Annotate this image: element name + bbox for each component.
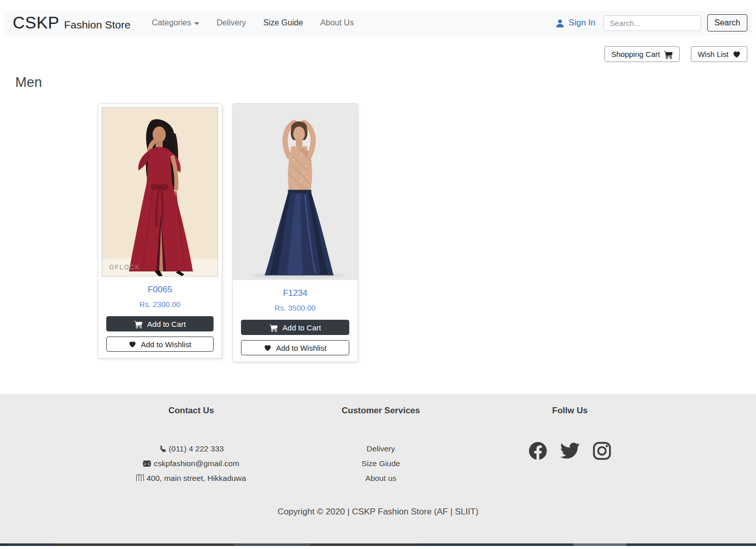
nav-item-delivery-label: Delivery — [217, 18, 246, 27]
cart-icon — [269, 323, 278, 332]
person-icon — [555, 18, 565, 28]
footer-services-column: Customer Services Delivery Size Giude Ab… — [289, 394, 472, 485]
chevron-down-icon — [194, 22, 199, 25]
wish-list-button[interactable]: Wish List — [691, 46, 747, 62]
contact-list: (011) 4 222 333 cskpfashion@gmail.com 40… — [100, 441, 283, 485]
product-photo-red-dress: GFLOCK — [102, 107, 218, 277]
nav-item-about-us-label: About Us — [320, 18, 354, 27]
product-photo-navy-gown — [233, 104, 357, 280]
nav-item-size-guide-label: Size Guide — [263, 18, 303, 27]
search-input[interactable] — [603, 15, 701, 31]
add-to-cart-label: Add to Cart — [147, 320, 186, 328]
brand-name: CSKP — [13, 13, 59, 33]
copyright-text: Copyright © 2020 | CSKP Fashion Store (A… — [0, 507, 756, 517]
add-to-cart-button[interactable]: Add to Cart — [106, 316, 214, 331]
brand-logo[interactable]: CSKP Fashion Store — [13, 13, 131, 33]
product-image-f0065[interactable]: GFLOCK — [102, 107, 218, 277]
phone-icon — [159, 445, 166, 452]
toolbar-row: Shopping Cart Wish List — [604, 46, 747, 62]
shopping-cart-label: Shopping Cart — [611, 50, 660, 58]
twitter-icon[interactable] — [559, 440, 581, 462]
wish-list-label: Wish List — [698, 50, 729, 58]
contact-address-text: 400, main street, Hikkaduwa — [146, 471, 246, 485]
add-to-wishlist-label: Add to Wishlist — [141, 340, 191, 349]
follow-heading: Follw Us — [478, 394, 661, 416]
search-button[interactable]: Search — [707, 14, 747, 32]
footer-contact-column: Contact Us (011) 4 222 333 cskpfashion@g… — [100, 394, 283, 485]
services-heading: Customer Services — [289, 394, 472, 416]
navbar-right: Sign In Search — [555, 14, 747, 32]
contact-phone-text: (011) 4 222 333 — [169, 441, 224, 456]
contact-email: cskpfashion@gmail.com — [100, 456, 283, 471]
product-grid: GFLOCK F0065 Rs. 2300.00 Add to Cart Add… — [98, 103, 358, 362]
footer-link-delivery[interactable]: Delivery — [289, 441, 472, 456]
heart-icon — [733, 50, 741, 58]
instagram-icon[interactable] — [591, 440, 613, 462]
heart-icon — [129, 341, 136, 348]
social-icons — [478, 440, 661, 462]
product-code-link[interactable]: F0065 — [102, 285, 218, 295]
contact-heading: Contact Us — [100, 394, 283, 416]
nav-item-categories-label: Categories — [152, 18, 191, 27]
product-card-f1234: F1234 Rs. 3500.00 Add to Cart Add to Wis… — [232, 103, 358, 362]
facebook-icon[interactable] — [527, 440, 549, 462]
page-title: Men — [15, 75, 42, 90]
add-to-wishlist-button[interactable]: Add to Wishlist — [106, 337, 214, 352]
footer-link-about-us[interactable]: About us — [289, 471, 472, 485]
nav-links: Categories Delivery Size Guide About Us — [152, 18, 354, 27]
product-price: Rs. 2300.00 — [102, 300, 218, 309]
footer: Contact Us (011) 4 222 333 cskpfashion@g… — [0, 394, 756, 543]
cart-icon — [664, 50, 673, 59]
footer-link-size-guide[interactable]: Size Giude — [289, 456, 472, 471]
nav-item-about-us[interactable]: About Us — [320, 18, 354, 27]
add-to-wishlist-button[interactable]: Add to Wishlist — [241, 340, 349, 355]
add-to-cart-button[interactable]: Add to Cart — [241, 320, 349, 335]
bottom-edge-strip — [0, 543, 756, 546]
map-icon — [136, 474, 144, 482]
product-card-f0065: GFLOCK F0065 Rs. 2300.00 Add to Cart Add… — [98, 103, 222, 358]
contact-address: 400, main street, Hikkaduwa — [100, 471, 283, 485]
add-to-cart-label: Add to Cart — [283, 323, 321, 332]
services-list: Delivery Size Giude About us — [289, 441, 472, 485]
shopping-cart-button[interactable]: Shopping Cart — [604, 46, 680, 62]
contact-phone: (011) 4 222 333 — [100, 441, 283, 456]
cart-icon — [134, 320, 143, 328]
nav-item-delivery[interactable]: Delivery — [217, 18, 246, 27]
sign-in-label: Sign In — [568, 18, 595, 28]
nav-item-size-guide[interactable]: Size Guide — [263, 18, 303, 27]
contact-email-text: cskpfashion@gmail.com — [154, 456, 239, 471]
product-code-link[interactable]: F1234 — [236, 288, 354, 298]
product-price: Rs. 3500.00 — [236, 303, 354, 312]
image-watermark: GFLOCK — [109, 264, 140, 271]
nav-item-categories[interactable]: Categories — [152, 18, 199, 27]
top-navbar: CSKP Fashion Store Categories Delivery S… — [4, 11, 752, 35]
brand-tagline: Fashion Store — [64, 19, 131, 31]
footer-follow-column: Follw Us — [478, 394, 661, 462]
sign-in-link[interactable]: Sign In — [555, 18, 595, 28]
heart-icon — [264, 344, 271, 352]
product-image-f1234[interactable] — [233, 104, 357, 280]
envelope-icon — [143, 460, 151, 468]
add-to-wishlist-label: Add to Wishlist — [276, 344, 326, 352]
